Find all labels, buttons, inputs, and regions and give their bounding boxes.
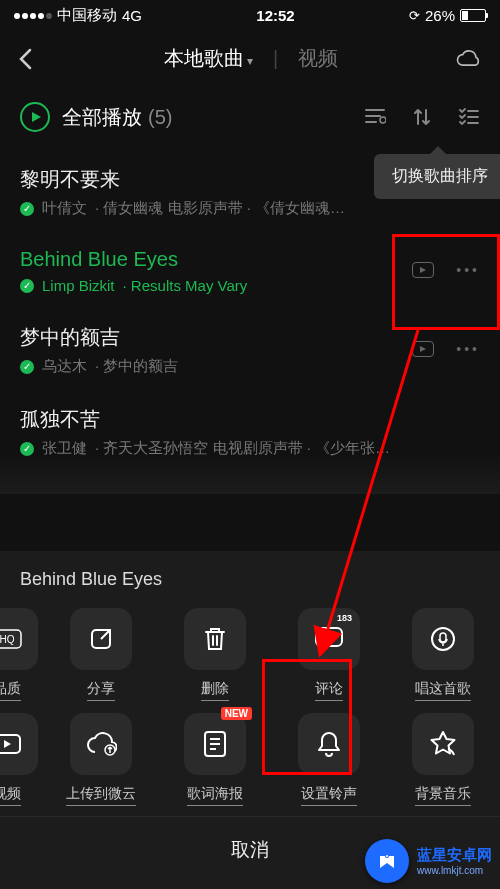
- sheet-upload-cloud[interactable]: 上传到微云: [51, 713, 151, 806]
- downloaded-icon: ✓: [20, 202, 34, 216]
- play-all-icon: [20, 102, 50, 132]
- watermark-icon: [365, 839, 409, 883]
- sheet-title: Behind Blue Eyes: [0, 569, 500, 608]
- comment-count: 183: [333, 612, 356, 624]
- share-icon: [70, 608, 132, 670]
- song-row[interactable]: 梦中的额吉 ✓乌达木· 梦中的额吉 •••: [20, 308, 480, 390]
- sheet-bgm[interactable]: 背景音乐: [393, 713, 493, 806]
- sheet-comment[interactable]: 183 评论: [279, 608, 379, 701]
- song-more-icon[interactable]: •••: [456, 262, 480, 278]
- header: 本地歌曲 | 视频: [0, 31, 500, 86]
- sheet-label: 背景音乐: [415, 785, 471, 806]
- sheet-scrim: [0, 454, 500, 494]
- svg-text:HQ: HQ: [0, 634, 15, 645]
- mv-icon[interactable]: [412, 262, 434, 278]
- svg-point-14: [386, 855, 388, 857]
- sheet-label: 设置铃声: [301, 785, 357, 806]
- song-meta: · Results May Vary: [123, 277, 248, 294]
- sheet-label: 唱这首歌: [415, 680, 471, 701]
- sheet-row-2: 视频 上传到微云 NEW 歌词海报 设置铃声 背景音乐: [0, 713, 500, 806]
- song-title: Behind Blue Eyes: [20, 248, 480, 271]
- status-left: 中国移动 4G: [14, 6, 142, 25]
- rotation-lock-icon: ⟳: [409, 8, 420, 23]
- tab-local-songs[interactable]: 本地歌曲: [164, 45, 253, 72]
- play-all-count: (5): [148, 106, 172, 129]
- sheet-label: 品质: [0, 680, 21, 701]
- back-button[interactable]: [18, 48, 48, 70]
- sort-tooltip: 切换歌曲排序: [374, 154, 500, 199]
- sheet-row-1: HQ 品质 分享 删除 183 评论 唱这首歌: [0, 608, 500, 701]
- hq-icon: HQ: [0, 608, 38, 670]
- status-bar: 中国移动 4G 12:52 ⟳ 26%: [0, 0, 500, 31]
- poster-icon: NEW: [184, 713, 246, 775]
- sheet-set-ringtone[interactable]: 设置铃声: [279, 713, 379, 806]
- multiselect-icon[interactable]: [458, 107, 480, 127]
- sheet-label: 分享: [87, 680, 115, 701]
- play-all-row[interactable]: 全部播放 (5): [0, 86, 500, 150]
- sort-icon[interactable]: [412, 107, 432, 127]
- tab-video[interactable]: 视频: [298, 45, 338, 72]
- song-meta: · 梦中的额吉: [95, 357, 178, 376]
- svg-point-5: [322, 636, 325, 639]
- song-meta: · 倩女幽魂 电影原声带 · 《倩女幽魂…: [95, 199, 345, 218]
- star-icon: [412, 713, 474, 775]
- sheet-label: 删除: [201, 680, 229, 701]
- battery-icon: [460, 9, 486, 22]
- play-all-label: 全部播放: [62, 104, 142, 131]
- downloaded-icon: ✓: [20, 360, 34, 374]
- svg-point-8: [432, 628, 454, 650]
- svg-point-0: [380, 117, 386, 123]
- svg-point-6: [328, 636, 331, 639]
- song-artist: 叶倩文: [42, 199, 87, 218]
- watermark-title: 蓝星安卓网: [417, 846, 492, 865]
- sheet-quality[interactable]: HQ 品质: [0, 608, 37, 701]
- bell-icon: [298, 713, 360, 775]
- svg-point-7: [334, 636, 337, 639]
- sheet-label: 上传到微云: [66, 785, 136, 806]
- cloud-upload-icon: [70, 713, 132, 775]
- downloaded-icon: ✓: [20, 279, 34, 293]
- tab-divider: |: [273, 47, 278, 70]
- sheet-video[interactable]: 视频: [0, 713, 37, 806]
- song-row[interactable]: Behind Blue Eyes ✓Limp Bizkit· Results M…: [20, 232, 480, 308]
- song-title: 孤独不苦: [20, 406, 480, 433]
- cloud-button[interactable]: [454, 49, 482, 69]
- mv-icon[interactable]: [412, 341, 434, 357]
- watermark-url: www.lmkjt.com: [417, 865, 492, 876]
- comment-icon: 183: [298, 608, 360, 670]
- microphone-icon: [412, 608, 474, 670]
- sheet-label: 评论: [315, 680, 343, 701]
- sheet-delete[interactable]: 删除: [165, 608, 265, 701]
- status-right: ⟳ 26%: [409, 7, 486, 24]
- video-icon: [0, 713, 38, 775]
- filter-icon[interactable]: [364, 107, 386, 127]
- song-artist: 乌达木: [42, 357, 87, 376]
- clock: 12:52: [256, 7, 294, 24]
- song-more-icon[interactable]: •••: [456, 341, 480, 357]
- song-artist: Limp Bizkit: [42, 277, 115, 294]
- carrier: 中国移动: [57, 6, 117, 25]
- trash-icon: [184, 608, 246, 670]
- sheet-label: 歌词海报: [187, 785, 243, 806]
- new-badge: NEW: [221, 707, 252, 720]
- battery-percent: 26%: [425, 7, 455, 24]
- song-title: 梦中的额吉: [20, 324, 480, 351]
- sheet-label: 视频: [0, 785, 21, 806]
- signal-icon: [14, 13, 52, 19]
- network: 4G: [122, 7, 142, 24]
- sheet-share[interactable]: 分享: [51, 608, 151, 701]
- watermark: 蓝星安卓网 www.lmkjt.com: [365, 839, 492, 883]
- sheet-sing[interactable]: 唱这首歌: [393, 608, 493, 701]
- sheet-lyrics-poster[interactable]: NEW 歌词海报: [165, 713, 265, 806]
